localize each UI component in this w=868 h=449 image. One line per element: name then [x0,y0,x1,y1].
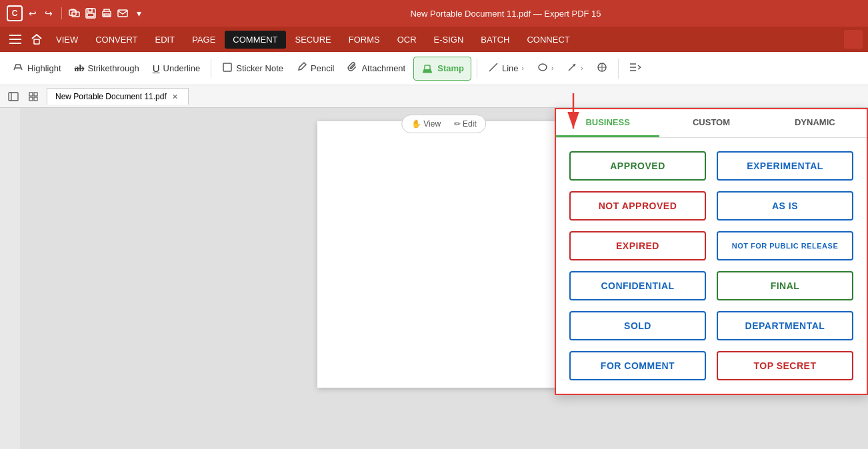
svg-line-24 [638,67,641,69]
doc-page [317,121,571,388]
email-btn[interactable] [117,7,129,19]
svg-rect-28 [34,93,37,96]
menu-ocr[interactable]: OCR [389,31,425,49]
pencil-tool[interactable]: Pencil [291,59,339,79]
arrow-chevron[interactable]: › [581,65,583,72]
pencil-icon [297,62,307,75]
as-is-stamp[interactable]: AS IS [717,191,853,221]
view-btn[interactable]: ✋ View [406,117,446,131]
menu-bar: VIEW CONVERT EDIT PAGE COMMENT SECURE FO… [0,27,868,52]
stamp-tab-business[interactable]: BUSINESS [556,109,659,137]
line-tool[interactable]: Line › [483,59,529,79]
menu-connect[interactable]: CONNECT [519,31,577,49]
doc-title: New Portable Document 11.pdf — Expert PD… [150,9,861,19]
svg-rect-8 [34,39,39,44]
menu-edit[interactable]: EDIT [147,31,183,49]
strikethrough-tool[interactable]: ab Strikethrough [69,60,145,77]
stamp-tab-dynamic[interactable]: DYNAMIC [763,109,867,137]
line-icon [488,62,499,75]
view-edit-bar: ✋ View ✏ Edit [401,115,486,133]
sold-stamp[interactable]: SOLD [569,311,706,340]
for-comment-stamp[interactable]: FOR COMMENT [569,351,706,380]
strikethrough-label: Strikethrough [87,63,139,73]
attachment-icon [347,62,358,75]
stamp-label: Stamp [437,63,464,73]
attachment-tool[interactable]: Attachment [342,59,411,79]
menu-secure[interactable]: SECURE [287,31,339,49]
menu-forms[interactable]: FORMS [341,31,388,49]
print-btn[interactable] [101,7,113,19]
sidebar-toggle-icon[interactable] [5,89,21,105]
svg-rect-3 [88,9,92,12]
svg-rect-27 [29,93,33,96]
measure-tool[interactable] [591,59,613,79]
title-bar: C ↩ ↪ ▾ New Portable Document 11.pdf — E… [0,0,868,27]
svg-rect-12 [425,65,430,70]
highlight-tool[interactable]: Highlight [7,58,67,79]
sticker-note-tool[interactable]: Sticker Note [217,59,289,79]
doc-tab[interactable]: New Portable Document 11.pdf ✕ [47,88,189,105]
tab-bar: New Portable Document 11.pdf ✕ [0,85,868,108]
open-btn[interactable] [69,7,81,19]
svg-rect-25 [9,93,18,101]
window-controls[interactable]: C ↩ ↪ ▾ [7,5,145,21]
stamp-tool[interactable]: Stamp [413,57,471,81]
doc-tab-name: New Portable Document 11.pdf [55,92,167,101]
svg-rect-10 [223,63,231,71]
edit-label: Edit [463,119,477,129]
underline-tool[interactable]: U Underline [147,59,206,77]
confidential-stamp[interactable]: CONFIDENTIAL [569,271,706,300]
top-secret-stamp[interactable]: TOP SECRET [717,351,853,380]
close-tab-button[interactable]: ✕ [171,92,180,101]
stamp-tab-custom[interactable]: CUSTOM [659,109,763,137]
svg-rect-29 [29,97,33,101]
menu-convert[interactable]: CONVERT [87,31,145,49]
edit-pencil-icon: ✏ [454,119,461,129]
oval-chevron[interactable]: › [551,65,553,72]
expired-stamp[interactable]: EXPIRED [569,231,706,260]
svg-line-14 [489,63,497,71]
separator-2 [477,59,477,79]
departmental-stamp[interactable]: DEPARTMENTAL [717,311,853,340]
more-icon [629,63,641,75]
menu-batch[interactable]: BATCH [473,31,517,49]
svg-rect-6 [104,14,109,16]
line-chevron[interactable]: › [522,65,524,72]
menu-esign[interactable]: E-SIGN [426,31,472,49]
svg-rect-4 [87,13,94,17]
arrow-icon [567,62,577,75]
more-btn[interactable]: ▾ [133,7,145,19]
sticker-note-label: Sticker Note [236,63,283,73]
hamburger-menu[interactable] [5,29,25,49]
edit-btn[interactable]: ✏ Edit [449,117,482,131]
strikethrough-icon: ab [75,63,85,74]
svg-rect-30 [34,97,37,101]
undo-btn[interactable]: ↩ [27,7,39,19]
home-button[interactable] [27,29,47,49]
view-label: View [423,119,441,129]
approved-stamp[interactable]: APPROVED [569,151,706,181]
menu-bar-right [844,30,863,49]
underline-icon: U [153,63,160,74]
app-logo: C [7,5,23,21]
not-approved-stamp[interactable]: NOT APPROVED [569,191,706,221]
attachment-label: Attachment [361,63,405,73]
experimental-stamp[interactable]: EXPERIMENTAL [717,151,853,181]
thumbnail-icon[interactable] [25,89,41,105]
menu-view[interactable]: VIEW [48,31,86,49]
not-for-public-release-stamp[interactable]: NOT FOR PUBLIC RELEASE [717,231,853,260]
svg-rect-13 [423,71,432,73]
final-stamp[interactable]: FINAL [717,271,853,300]
menu-page[interactable]: PAGE [184,31,223,49]
highlight-icon [12,61,24,76]
line-label: Line [502,63,519,73]
more-tool[interactable] [624,59,647,78]
save-btn[interactable] [85,7,97,19]
oval-tool[interactable]: › [532,59,559,79]
separator-3 [618,59,619,79]
arrow-tool[interactable]: › [561,59,588,79]
underline-label: Underline [163,63,201,73]
measure-icon [597,62,607,75]
menu-comment[interactable]: COMMENT [225,31,285,49]
redo-btn[interactable]: ↪ [43,7,55,19]
